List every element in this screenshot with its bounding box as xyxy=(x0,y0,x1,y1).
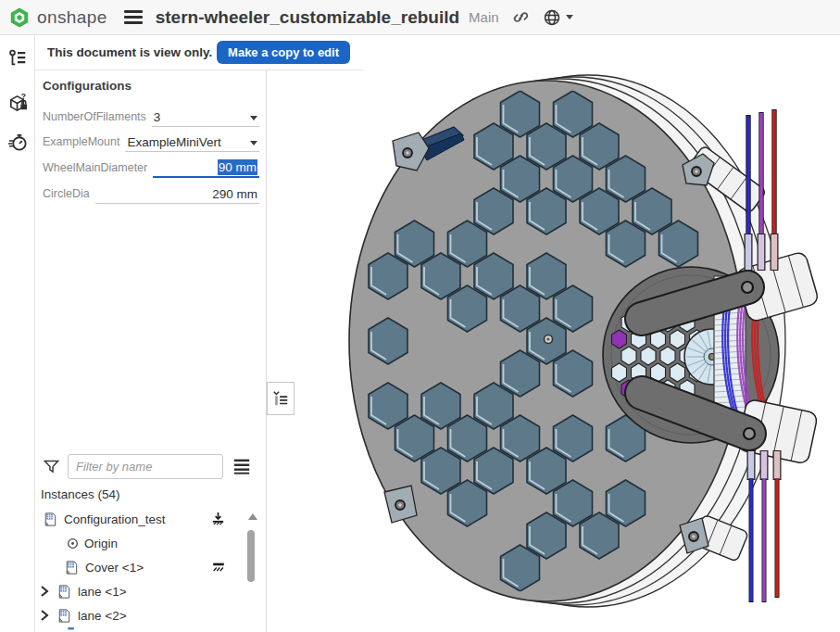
public-globe-button[interactable] xyxy=(543,8,573,27)
configurations-header: Configurations xyxy=(43,79,132,93)
configured-features-icon[interactable]: ? xyxy=(0,87,35,119)
config-label: ExampleMount xyxy=(43,135,119,152)
origin-icon xyxy=(67,537,79,550)
feature-list-flyout-handle[interactable] xyxy=(267,382,295,415)
scrollbar-up-arrow[interactable] xyxy=(248,513,257,520)
config-row-wheelmaindiameter: WheelMainDiameter 90 mm xyxy=(43,154,259,178)
config-row-examplemount: ExampleMount ExampleMiniVert xyxy=(43,128,259,152)
caret-down-icon xyxy=(250,116,257,120)
chevron-right-icon[interactable] xyxy=(40,586,51,597)
3d-canvas[interactable] xyxy=(268,35,840,632)
tree-row-origin[interactable]: Origin xyxy=(35,531,257,555)
tree-item-label: Configuration_test xyxy=(64,512,166,526)
onshape-hexagon-icon xyxy=(8,6,31,29)
list-view-icon[interactable] xyxy=(232,458,251,474)
filter-row xyxy=(43,453,259,479)
left-icon-strip: ? xyxy=(0,35,35,632)
tree-item-label: Cover <1> xyxy=(85,561,144,575)
config-value: 3 xyxy=(154,110,161,124)
tree-row-configuration-test[interactable]: Configuration_test xyxy=(35,507,257,531)
config-value: 290 mm xyxy=(212,187,257,201)
filter-input[interactable] xyxy=(68,454,223,479)
circledia-input[interactable]: 290 mm xyxy=(95,187,259,204)
part-studio-icon xyxy=(64,560,80,575)
view-only-bar: This document is view only. Make a copy … xyxy=(35,35,363,70)
3d-viewport-stern-wheeler-model[interactable] xyxy=(268,35,840,632)
tree-item-label: lane <2> xyxy=(78,609,127,623)
view-only-message: This document is view only. xyxy=(47,45,212,59)
part-studio-icon xyxy=(56,608,72,624)
tree-row-lane-2[interactable]: lane <2> xyxy=(35,603,257,627)
assembly-icon xyxy=(43,512,58,527)
part-studio-icon xyxy=(56,584,72,600)
scrollbar-thumb[interactable] xyxy=(247,530,255,582)
chevron-right-icon[interactable] xyxy=(40,610,51,621)
caret-down-icon xyxy=(250,141,257,145)
stopwatch-icon[interactable] xyxy=(0,126,35,158)
globe-icon xyxy=(543,8,561,27)
svg-text:?: ? xyxy=(20,93,25,101)
insert-ground-icon xyxy=(210,512,226,527)
caret-down-icon xyxy=(566,15,573,19)
workspace-name[interactable]: Main xyxy=(469,9,499,25)
tree-item-label: lane <1> xyxy=(78,585,127,599)
examplemount-dropdown[interactable]: ExampleMiniVert xyxy=(125,135,259,152)
selected-value: 90 mm xyxy=(218,159,257,175)
configurations-panel-icon[interactable] xyxy=(0,43,35,74)
tree-item-label: Origin xyxy=(84,537,118,550)
config-label: NumberOfFilaments xyxy=(43,110,146,127)
document-title: stern-wheeler_customizable_rebuild xyxy=(156,7,459,28)
make-copy-button[interactable]: Make a copy to edit xyxy=(217,41,350,64)
top-bar: onshape stern-wheeler_customizable_rebui… xyxy=(0,0,840,35)
onshape-logo[interactable]: onshape xyxy=(0,6,117,29)
filter-funnel-icon[interactable] xyxy=(43,458,60,475)
share-link-icon[interactable] xyxy=(512,8,530,26)
config-row-numberoffilaments: NumberOfFilaments 3 xyxy=(43,103,259,127)
wheelmaindiameter-input[interactable]: 90 mm xyxy=(153,159,259,178)
hamburger-menu-icon[interactable] xyxy=(124,10,143,24)
config-label: WheelMainDiameter xyxy=(43,161,147,178)
instances-header: Instances (54) xyxy=(41,487,120,501)
numberoffilaments-dropdown[interactable]: 3 xyxy=(152,110,259,127)
config-label: CircleDia xyxy=(43,187,90,204)
fixed-icon xyxy=(211,561,226,575)
brand-text: onshape xyxy=(37,7,107,28)
collapsed-list-icon xyxy=(271,389,290,408)
tree-row-cover[interactable]: Cover <1> xyxy=(35,555,257,579)
configuration-panel: Configurations NumberOfFilaments 3 Examp… xyxy=(35,35,267,632)
config-value: ExampleMiniVert xyxy=(127,135,220,149)
config-row-circledia: CircleDia 290 mm xyxy=(43,180,259,204)
tree-row-lane-1[interactable]: lane <1> xyxy=(35,579,257,603)
tree-row-partial xyxy=(35,627,257,632)
